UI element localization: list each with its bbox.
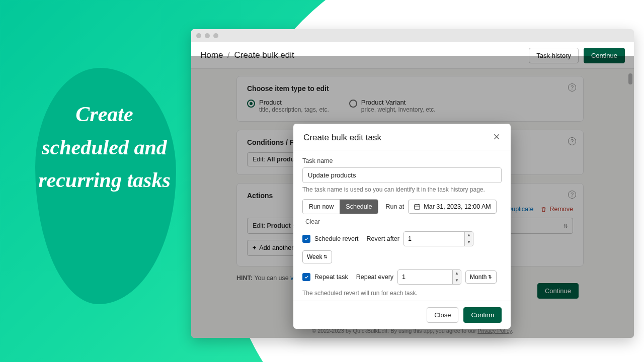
task-name-input[interactable]: [302, 167, 502, 183]
window-close-dot[interactable]: [196, 33, 201, 38]
task-name-label: Task name: [302, 157, 502, 164]
check-icon: [304, 236, 309, 241]
step-up-icon[interactable]: ▲: [465, 232, 473, 239]
create-task-modal: Create bulk edit task Task name The task…: [293, 124, 511, 329]
promo-headline: Create scheduled and recurring tasks: [30, 98, 179, 197]
run-at-datepicker[interactable]: Mar 31, 2023, 12:00 AM: [408, 200, 496, 214]
repeat-every-label: Repeat every: [356, 274, 393, 281]
updown-icon: ⇅: [488, 275, 492, 280]
revert-unit-select[interactable]: Week⇅: [302, 250, 332, 263]
revert-after-input[interactable]: [404, 232, 464, 246]
repeat-task-checkbox[interactable]: [302, 273, 310, 281]
repeat-unit-select[interactable]: Month⇅: [465, 270, 497, 284]
schedule-tab[interactable]: Schedule: [340, 200, 378, 214]
run-at-label: Run at: [385, 203, 404, 210]
window-max-dot[interactable]: [213, 33, 218, 38]
confirm-button[interactable]: Confirm: [463, 307, 502, 323]
step-down-icon[interactable]: ▼: [465, 239, 473, 246]
updown-icon: ⇅: [324, 254, 328, 259]
calendar-icon: [414, 203, 421, 210]
svg-rect-5: [415, 205, 420, 209]
titlebar: [191, 29, 634, 42]
schedule-revert-label: Schedule revert: [314, 235, 359, 242]
repeat-every-stepper[interactable]: ▲▼: [397, 269, 461, 285]
repeat-task-label: Repeat task: [314, 274, 348, 281]
repeat-hint: The scheduled revert will run for each t…: [302, 290, 502, 297]
repeat-every-input[interactable]: [398, 270, 452, 284]
step-down-icon[interactable]: ▼: [453, 277, 461, 284]
step-up-icon[interactable]: ▲: [453, 270, 461, 277]
clear-date-button[interactable]: Clear: [305, 218, 320, 225]
close-button[interactable]: Close: [427, 307, 458, 323]
schedule-revert-checkbox[interactable]: [302, 235, 310, 243]
close-icon[interactable]: [493, 133, 501, 143]
modal-title: Create bulk edit task: [303, 133, 381, 143]
window-min-dot[interactable]: [205, 33, 210, 38]
run-now-tab[interactable]: Run now: [303, 200, 340, 214]
task-name-hint: The task name is used so you can identif…: [302, 186, 502, 193]
check-icon: [304, 275, 309, 280]
run-mode-segment: Run now Schedule: [302, 199, 378, 214]
revert-after-stepper[interactable]: ▲▼: [404, 231, 473, 246]
revert-after-label: Revert after: [367, 235, 399, 242]
